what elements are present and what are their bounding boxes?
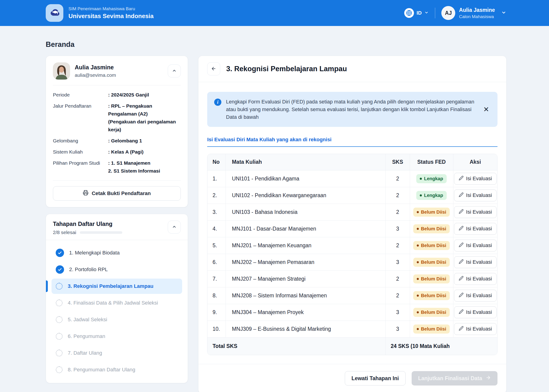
chevron-down-icon xyxy=(424,10,429,16)
pencil-icon xyxy=(459,276,464,282)
check-circle-icon xyxy=(56,249,64,257)
profile-field-row: Periode : 2024/2025 Ganjil xyxy=(53,91,181,99)
step-item[interactable]: 8. Pengumuman Daftar Ulang xyxy=(51,362,182,377)
info-icon: i xyxy=(214,98,221,106)
status-dot-icon xyxy=(417,245,419,246)
field-value: : 2024/2025 Ganjil xyxy=(108,91,149,99)
step-item[interactable]: 4. Finalisasi Data & Pilih Jadwal Seleks… xyxy=(51,295,182,311)
field-label: Pilihan Program Studi xyxy=(53,159,108,175)
app-logo xyxy=(46,4,63,22)
progress-bar xyxy=(80,231,122,234)
user-role: Calon Mahasiswa xyxy=(459,14,495,19)
cell-action: Isi Evaluasi xyxy=(453,287,497,304)
fill-evaluation-button[interactable]: Isi Evaluasi xyxy=(454,223,497,235)
total-sks-label: Total SKS xyxy=(207,337,385,355)
fill-evaluation-label: Isi Evaluasi xyxy=(466,175,492,182)
step-item[interactable]: 3. Rekognisi Pembelajaran Lampau xyxy=(51,279,182,294)
fill-evaluation-button[interactable]: Isi Evaluasi xyxy=(454,323,497,335)
field-value: : Kelas A (Pagi) xyxy=(108,148,143,156)
status-badge-label: Belum Diisi xyxy=(421,293,446,298)
profile-field-row: Pilihan Program Studi : 1. S1 Manajemen … xyxy=(53,159,181,175)
continue-button-label: Lanjutkan Finalisasi Data xyxy=(418,375,482,382)
fill-evaluation-button[interactable]: Isi Evaluasi xyxy=(454,290,497,301)
step-item[interactable]: 1. Melengkapi Biodata xyxy=(51,245,182,260)
cell-status: Belum Diisi xyxy=(410,304,453,321)
status-badge-label: Belum Diisi xyxy=(421,276,446,282)
app-subtitle: SIM Penerimaan Mahasiswa Baru xyxy=(69,6,154,11)
continue-finalization-button[interactable]: Lanjutkan Finalisasi Data xyxy=(412,371,498,385)
table-row: 8. MNJ208 – Sistem Informasi Manajemen 2… xyxy=(207,287,497,304)
language-selector[interactable]: ID xyxy=(404,8,429,18)
cell-status: Belum Diisi xyxy=(410,287,453,304)
status-dot-icon xyxy=(417,211,419,213)
back-button[interactable] xyxy=(207,62,220,75)
cell-sks: 3 xyxy=(385,220,410,237)
fill-evaluation-button[interactable]: Isi Evaluasi xyxy=(454,206,497,218)
fill-evaluation-button[interactable]: Isi Evaluasi xyxy=(454,256,497,268)
step-item[interactable]: 6. Pengumuman xyxy=(51,329,182,344)
field-label: Periode xyxy=(53,91,108,99)
cell-action: Isi Evaluasi xyxy=(453,304,497,321)
fill-evaluation-button[interactable]: Isi Evaluasi xyxy=(454,306,497,318)
field-value: : RPL – Pengakuan Pengalaman (A2) (Penga… xyxy=(108,102,181,134)
status-badge-label: Belum Diisi xyxy=(421,310,446,315)
status-badge: Belum Diisi xyxy=(413,241,450,250)
chevron-up-icon xyxy=(172,68,177,74)
profile-collapse-button[interactable] xyxy=(168,64,181,77)
pencil-icon xyxy=(459,242,464,249)
progress-label: 2/8 selesai xyxy=(53,230,76,235)
language-code: ID xyxy=(416,10,422,16)
cell-course: MNJ101 - Dasar-Dasar Manajemen xyxy=(226,220,385,237)
fill-evaluation-button[interactable]: Isi Evaluasi xyxy=(454,189,497,201)
table-row: 3. UNI103 - Bahasa Indonesia 2 Belum Dii… xyxy=(207,204,497,220)
fill-evaluation-button[interactable]: Isi Evaluasi xyxy=(454,173,497,185)
profile-name: Aulia Jasmine xyxy=(75,64,116,71)
cell-course: MNJ202 – Manajemen Pemasaran xyxy=(226,254,385,270)
status-dot-icon xyxy=(420,178,422,180)
pencil-icon xyxy=(459,259,464,265)
field-value: : 1. S1 Manajemen 2. S1 Sistem Informasi xyxy=(108,159,160,175)
globe-icon xyxy=(404,8,414,18)
dotted-circle-icon xyxy=(56,350,63,357)
status-badge: Belum Diisi xyxy=(413,274,450,283)
cell-sks: 3 xyxy=(385,304,410,321)
skip-stage-button[interactable]: Lewati Tahapan Ini xyxy=(345,371,406,385)
pencil-icon xyxy=(459,226,464,232)
fill-evaluation-button[interactable]: Isi Evaluasi xyxy=(454,273,497,285)
table-row: 6. MNJ202 – Manajemen Pemasaran 3 Belum … xyxy=(207,254,497,270)
step-item[interactable]: 7. Daftar Ulang xyxy=(51,345,182,361)
dotted-circle-icon xyxy=(56,283,63,290)
step-item[interactable]: 5. Jadwal Seleksi xyxy=(51,312,182,327)
steps-card: Tahapan Daftar Ulang 2/8 selesai xyxy=(46,214,188,383)
chevron-down-icon xyxy=(501,10,507,16)
total-sks-value: 24 SKS (10 Mata Kuliah xyxy=(385,337,497,355)
cell-no: 3. xyxy=(207,204,226,220)
column-header-no: No xyxy=(207,154,226,170)
cell-course: UNI101 - Pendidikan Agama xyxy=(226,170,385,187)
cell-no: 6. xyxy=(207,254,226,270)
cell-sks: 2 xyxy=(385,287,410,304)
dotted-circle-icon xyxy=(56,300,63,306)
print-registration-proof-button[interactable]: Cetak Bukti Pendaftaran xyxy=(53,186,181,201)
header-divider xyxy=(435,8,435,18)
fill-evaluation-button[interactable]: Isi Evaluasi xyxy=(454,240,497,252)
cell-no: 8. xyxy=(207,287,226,304)
dotted-circle-icon xyxy=(56,366,63,373)
avatar: AJ xyxy=(441,6,455,20)
close-banner-button[interactable]: ✕ xyxy=(482,105,491,114)
app-title: Universitas Sevima Indonesia xyxy=(69,13,154,20)
steps-title: Tahapan Daftar Ulang xyxy=(53,221,122,227)
status-dot-icon xyxy=(417,278,419,280)
steps-collapse-button[interactable] xyxy=(168,221,181,234)
status-badge-label: Belum Diisi xyxy=(421,243,446,248)
pencil-icon xyxy=(459,209,464,215)
status-dot-icon xyxy=(417,294,419,297)
cell-sks: 3 xyxy=(385,254,410,270)
user-menu[interactable]: AJ Aulia Jasmine Calon Mahasiswa xyxy=(441,6,507,20)
cell-course: MNJ207 – Manajemen Strategi xyxy=(226,270,385,287)
close-icon: ✕ xyxy=(483,105,489,113)
cell-sks: 2 xyxy=(385,170,410,187)
step-item[interactable]: 2. Portofolio RPL xyxy=(51,262,182,277)
profile-photo xyxy=(53,62,70,80)
cell-status: Belum Diisi xyxy=(410,220,453,237)
